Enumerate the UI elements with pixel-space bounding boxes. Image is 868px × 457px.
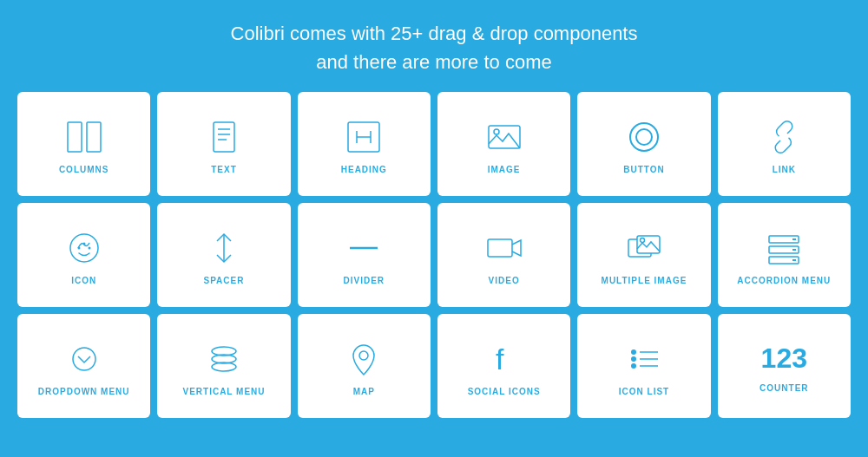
card-social-icons[interactable]: f SOCIAL ICONS bbox=[437, 314, 570, 418]
icon-label: ICON bbox=[71, 276, 96, 285]
svg-point-34 bbox=[359, 351, 368, 360]
grid-row-3: DROPDOWN MENU VERTICAL MENU MAP bbox=[17, 314, 851, 418]
svg-point-13 bbox=[636, 129, 652, 145]
svg-point-15 bbox=[82, 242, 85, 245]
link-icon bbox=[765, 118, 803, 156]
svg-rect-20 bbox=[488, 239, 512, 257]
svg-point-14 bbox=[70, 234, 98, 262]
card-icon[interactable]: ICON bbox=[17, 203, 150, 307]
columns-label: COLUMNS bbox=[59, 165, 109, 174]
dropdown-menu-icon bbox=[65, 340, 103, 378]
svg-point-30 bbox=[73, 348, 95, 370]
card-icon-list[interactable]: ICON LIST bbox=[577, 314, 710, 418]
card-map[interactable]: MAP bbox=[298, 314, 431, 418]
video-icon bbox=[485, 229, 523, 267]
header-text: Colibri comes with 25+ drag & drop compo… bbox=[231, 19, 638, 76]
svg-point-16 bbox=[77, 246, 80, 249]
grid-row-2: ICON SPACER DIVIDER bbox=[17, 203, 851, 307]
card-spacer[interactable]: SPACER bbox=[157, 203, 290, 307]
icon-list-icon bbox=[625, 340, 663, 378]
counter-label: COUNTER bbox=[760, 383, 808, 393]
image-label: IMAGE bbox=[488, 165, 521, 174]
map-label: MAP bbox=[353, 387, 375, 396]
spacer-label: SPACER bbox=[204, 276, 245, 285]
card-divider[interactable]: DIVIDER bbox=[298, 203, 431, 307]
card-text[interactable]: TEXT bbox=[157, 92, 290, 196]
svg-point-11 bbox=[494, 129, 499, 134]
map-icon bbox=[345, 340, 383, 378]
svg-rect-1 bbox=[87, 122, 101, 152]
svg-rect-0 bbox=[68, 122, 82, 152]
card-dropdown-menu[interactable]: DROPDOWN MENU bbox=[17, 314, 150, 418]
columns-icon bbox=[65, 118, 103, 156]
multiple-image-label: MULTIPLE IMAGE bbox=[602, 276, 687, 285]
svg-point-36 bbox=[631, 349, 636, 355]
spacer-icon bbox=[205, 229, 243, 267]
svg-rect-2 bbox=[214, 122, 234, 152]
components-grid: COLUMNS TEXT HEA bbox=[17, 92, 851, 418]
divider-icon bbox=[345, 229, 383, 267]
social-icons-icon: f bbox=[485, 340, 523, 378]
card-video[interactable]: VIDEO bbox=[437, 203, 570, 307]
card-accordion-menu[interactable]: ACCORDION MENU bbox=[718, 203, 851, 307]
card-counter[interactable]: 123 COUNTER bbox=[718, 314, 851, 418]
icon-list-label: ICON LIST bbox=[619, 387, 669, 396]
svg-point-40 bbox=[631, 363, 636, 369]
button-icon bbox=[625, 118, 663, 156]
svg-text:f: f bbox=[496, 343, 504, 375]
svg-point-12 bbox=[630, 123, 658, 151]
counter-icon: 123 bbox=[761, 343, 807, 375]
card-link[interactable]: LINK bbox=[718, 92, 851, 196]
link-label: LINK bbox=[773, 165, 796, 174]
svg-point-17 bbox=[88, 246, 90, 249]
vertical-menu-icon bbox=[205, 340, 243, 378]
image-icon bbox=[485, 118, 523, 156]
button-label: BUTTON bbox=[623, 165, 664, 174]
social-icons-label: SOCIAL ICONS bbox=[468, 387, 541, 396]
heading-icon bbox=[345, 118, 383, 156]
header: Colibri comes with 25+ drag & drop compo… bbox=[214, 0, 655, 92]
multiple-image-icon bbox=[625, 229, 663, 267]
card-button[interactable]: BUTTON bbox=[577, 92, 710, 196]
accordion-menu-label: ACCORDION MENU bbox=[737, 276, 831, 285]
icon-icon bbox=[65, 229, 103, 267]
svg-point-38 bbox=[631, 356, 636, 362]
card-vertical-menu[interactable]: VERTICAL MENU bbox=[157, 314, 290, 418]
text-icon bbox=[205, 118, 243, 156]
card-columns[interactable]: COLUMNS bbox=[17, 92, 150, 196]
heading-label: HEADING bbox=[341, 165, 387, 174]
card-multiple-image[interactable]: MULTIPLE IMAGE bbox=[577, 203, 710, 307]
svg-rect-10 bbox=[489, 126, 520, 148]
text-label: TEXT bbox=[211, 165, 237, 174]
divider-label: DIVIDER bbox=[344, 276, 385, 285]
card-image[interactable]: IMAGE bbox=[437, 92, 570, 196]
accordion-menu-icon bbox=[765, 229, 803, 267]
vertical-menu-label: VERTICAL MENU bbox=[182, 387, 265, 396]
card-heading[interactable]: HEADING bbox=[298, 92, 431, 196]
grid-row-1: COLUMNS TEXT HEA bbox=[17, 92, 851, 196]
video-label: VIDEO bbox=[489, 276, 520, 285]
dropdown-menu-label: DROPDOWN MENU bbox=[38, 387, 130, 396]
